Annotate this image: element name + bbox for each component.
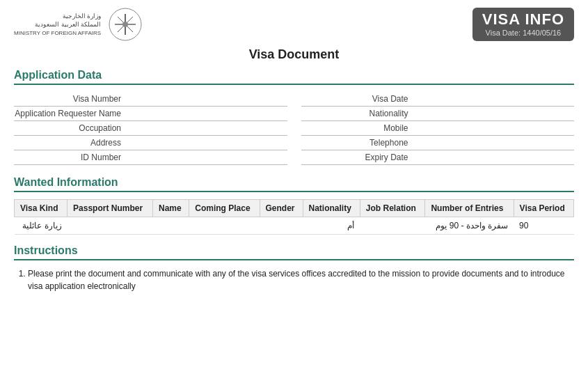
field-occupation: Occupation (14, 121, 287, 136)
nationality-label: Nationality (301, 109, 413, 118)
cell-name (153, 217, 189, 235)
table-header-row: Visa Kind Passport Number Name Coming Pl… (15, 200, 574, 217)
header-logos: وزارة الخارجية المملكة العربية السعودية … (14, 7, 143, 42)
page-title: Visa Document (14, 47, 574, 62)
telephone-label: Telephone (301, 138, 413, 148)
cell-coming-place (189, 217, 260, 235)
right-fields: Visa Date Nationality Mobile Telephone E… (301, 92, 575, 165)
application-data-section: Application Data Visa Number Application… (14, 69, 574, 165)
cell-visa-kind: زيارة عائلية (15, 217, 67, 235)
col-coming-place: Coming Place (189, 200, 260, 217)
cell-passport-number (67, 217, 153, 235)
application-data-grid: Visa Number Application Requester Name O… (14, 92, 574, 165)
col-job-relation: Job Relation (360, 200, 425, 217)
field-visa-number: Visa Number (14, 92, 287, 107)
expiry-date-label: Expiry Date (301, 153, 413, 162)
header: وزارة الخارجية المملكة العربية السعودية … (14, 7, 574, 42)
visa-number-label: Visa Number (14, 94, 125, 104)
cell-visa-period: 90 (514, 217, 573, 235)
ministry-logo-text: وزارة الخارجية المملكة العربية السعودية … (14, 12, 101, 37)
mobile-label: Mobile (301, 123, 413, 133)
col-visa-kind: Visa Kind (15, 200, 67, 217)
instructions-section: Instructions Please print the document a… (14, 244, 574, 292)
instruction-item: Please print the document and communicat… (28, 267, 574, 292)
cell-nationality: أم (303, 217, 360, 235)
wanted-table: Visa Kind Passport Number Name Coming Pl… (14, 199, 574, 235)
col-visa-period: Visa Period (514, 200, 573, 217)
col-gender: Gender (260, 200, 303, 217)
col-number-of-entries: Number of Entries (425, 200, 514, 217)
visa-date-label: Visa Date (301, 94, 413, 104)
cell-gender (260, 217, 303, 235)
application-data-heading: Application Data (14, 69, 574, 85)
requester-name-label: Application Requester Name (14, 109, 125, 118)
visa-info-badge: VISA INFO Visa Date: 1440/05/16 (472, 8, 574, 41)
field-nationality: Nationality (301, 107, 575, 121)
occupation-label: Occupation (14, 123, 125, 133)
cell-number-of-entries: سفرة واحدة - 90 يوم (425, 217, 514, 235)
visa-info-title: VISA INFO (482, 12, 564, 27)
svg-point-5 (122, 22, 128, 27)
field-address: Address (14, 136, 287, 150)
wanted-information-heading: Wanted Information (14, 176, 574, 192)
table-row: زيارة عائليةأمسفرة واحدة - 90 يوم90 (15, 217, 574, 235)
visa-date: Visa Date: 1440/05/16 (482, 29, 564, 37)
field-requester-name: Application Requester Name (14, 107, 287, 121)
instructions-heading: Instructions (14, 244, 574, 260)
field-telephone: Telephone (301, 136, 575, 150)
col-passport-number: Passport Number (67, 200, 153, 217)
cell-job-relation (360, 217, 425, 235)
address-label: Address (14, 138, 125, 148)
id-number-label: ID Number (14, 153, 125, 162)
field-visa-date: Visa Date (301, 92, 575, 107)
left-fields: Visa Number Application Requester Name O… (14, 92, 287, 165)
col-nationality: Nationality (303, 200, 360, 217)
field-mobile: Mobile (301, 121, 575, 136)
ministry-emblem-icon (108, 7, 143, 42)
instructions-list: Please print the document and communicat… (14, 267, 574, 292)
col-name: Name (153, 200, 189, 217)
field-expiry-date: Expiry Date (301, 150, 575, 165)
wanted-information-section: Wanted Information Visa Kind Passport Nu… (14, 176, 574, 235)
field-id-number: ID Number (14, 150, 287, 165)
